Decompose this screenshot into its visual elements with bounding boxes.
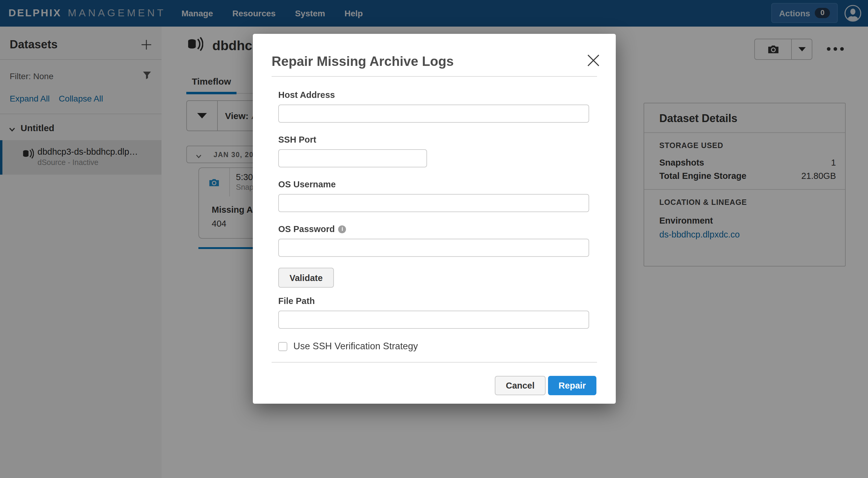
ssh-verification-checkbox[interactable] [278,342,287,351]
host-address-field[interactable] [278,105,589,123]
validate-button[interactable]: Validate [278,268,334,288]
ssh-port-field[interactable] [278,149,427,167]
delphix-management-app: DELPHIX MANAGEMENT Manage Resources Syst… [0,0,868,478]
os-username-field[interactable] [278,194,589,212]
os-password-field[interactable] [278,239,589,257]
os-password-label-row: OS Password i [278,224,346,234]
host-address-label: Host Address [278,90,335,100]
close-icon[interactable] [587,54,600,67]
os-username-label: OS Username [278,179,336,189]
cancel-button[interactable]: Cancel [495,376,546,395]
repair-archive-logs-modal: Repair Missing Archive Logs Host Address… [253,34,616,404]
repair-button[interactable]: Repair [548,376,596,395]
info-icon[interactable]: i [338,225,346,233]
file-path-field[interactable] [278,311,589,329]
os-password-label: OS Password [278,224,335,234]
modal-header-divider [272,76,597,77]
ssh-verification-label: Use SSH Verification Strategy [293,341,418,352]
file-path-label: File Path [278,296,315,306]
modal-title: Repair Missing Archive Logs [272,54,454,69]
ssh-port-label: SSH Port [278,135,316,144]
modal-footer-divider [272,362,597,363]
ssh-verification-checkbox-row: Use SSH Verification Strategy [278,341,418,352]
